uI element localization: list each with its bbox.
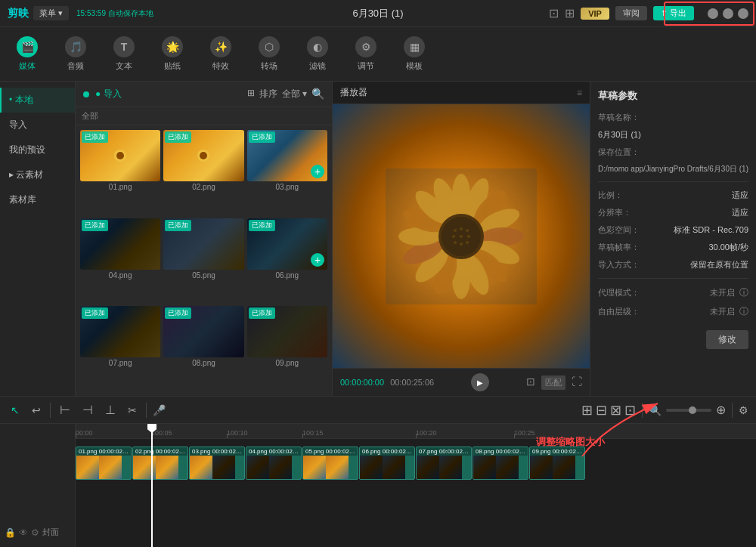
- toolbar-filters[interactable]: ◐ 滤镜: [302, 36, 333, 72]
- search-icon[interactable]: 🔍: [311, 88, 324, 100]
- zoom-out-icon[interactable]: 🔍: [649, 404, 662, 416]
- media-item-09[interactable]: 已添加 09.png: [247, 306, 327, 391]
- ruler-mark-4: 100:20: [416, 429, 437, 437]
- zoom-slider[interactable]: [666, 409, 711, 412]
- menu-button[interactable]: 菜单 ▾: [33, 6, 69, 20]
- clip-05-thumb-1: [303, 456, 326, 479]
- toolbar-text[interactable]: T 文本: [109, 36, 139, 72]
- review-button[interactable]: 审阅: [615, 6, 647, 20]
- split-start-tool[interactable]: ⊢: [57, 401, 73, 419]
- undo-tool[interactable]: ↩: [29, 403, 44, 418]
- media-item-05[interactable]: 已添加 05.png: [163, 218, 243, 304]
- add-plus-03[interactable]: +: [311, 165, 324, 178]
- mic-icon[interactable]: 🎤: [153, 404, 166, 416]
- sidebar-item-mypresets[interactable]: 我的预设: [0, 138, 75, 162]
- select-tool[interactable]: ↖: [8, 403, 23, 418]
- track-eye-icon[interactable]: 👁: [19, 527, 28, 538]
- toolbar-audio[interactable]: 🎵 音频: [60, 36, 91, 72]
- resolution-value: 适应: [732, 207, 748, 218]
- sidebar-item-cloud[interactable]: ▸ 云素材: [0, 162, 75, 187]
- media-item-03[interactable]: 已添加 + 03.png: [247, 130, 327, 215]
- clip-06[interactable]: 06.png 00:00:02:24: [359, 447, 415, 480]
- clip-09-header: 09.png 00:00:02:24: [530, 447, 584, 456]
- fit-icon[interactable]: 匹配: [541, 375, 565, 390]
- media-item-02[interactable]: 已添加 02.png: [163, 130, 243, 215]
- fullscreen-icon[interactable]: ⊡: [526, 375, 535, 390]
- prop-save-loc-value: D:/momo app/JianyingPro Drafts/6月30日 (1): [598, 164, 748, 174]
- media-thumb-04: 已添加: [80, 218, 160, 270]
- add-audio-track[interactable]: ⊞: [581, 402, 593, 419]
- zoom-plus-icon[interactable]: ⊕: [716, 403, 726, 417]
- export-button[interactable]: ⬆ 导出: [653, 6, 694, 20]
- media-item-04[interactable]: 已添加 04.png: [80, 218, 160, 304]
- sidebar-item-library[interactable]: 素材库: [0, 187, 75, 212]
- clip-04-thumb-1: [246, 456, 269, 479]
- toolbar-template[interactable]: ▦ 模板: [399, 36, 429, 72]
- toolbar-divider-1: [50, 403, 51, 418]
- add-plus-06[interactable]: +: [311, 253, 324, 267]
- delete-tool[interactable]: ✂: [125, 403, 140, 418]
- monitor-icon[interactable]: ⊡: [549, 6, 559, 20]
- close-button[interactable]: [738, 8, 748, 19]
- clip-08[interactable]: 08.png 00:00:02:24: [472, 447, 528, 480]
- settings-icon[interactable]: ⚙: [739, 404, 748, 416]
- proxy-info-icon[interactable]: ⓘ: [739, 286, 748, 299]
- minimize-button[interactable]: [708, 8, 718, 19]
- split-end-tool[interactable]: ⊣: [79, 401, 96, 419]
- media-item-07[interactable]: 已添加 07.png: [80, 306, 160, 391]
- clip-05-header: 05.png 00:00:02:24: [303, 447, 358, 456]
- toolbar-sticker[interactable]: 🌟 贴纸: [157, 36, 187, 72]
- modify-button[interactable]: 修改: [706, 330, 748, 349]
- preview-controls: 00:00:00:00 00:00:25:06 ▶ ⊡ 匹配 ⛶: [333, 368, 590, 396]
- media-item-08[interactable]: 已添加 08.png: [163, 306, 243, 391]
- clip-07-thumb-1: [417, 456, 439, 479]
- sidebar-item-import[interactable]: 导入: [0, 113, 75, 138]
- add-type4-track[interactable]: ⊡: [624, 402, 636, 419]
- clip-05[interactable]: 05.png 00:00:02:24: [302, 447, 358, 480]
- maximize-button[interactable]: [723, 8, 733, 19]
- text-icon: T: [113, 36, 135, 57]
- media-grid: 已添加 01.png 已添加 02.png 已添加: [76, 125, 332, 396]
- toolbar-effects[interactable]: ✨ 特效: [206, 36, 236, 72]
- clip-06-header: 06.png 00:00:02:24: [360, 447, 414, 456]
- clip-04[interactable]: 04.png 00:00:02:24: [246, 447, 302, 480]
- clip-06-thumbs: [360, 456, 405, 479]
- toolbar-media[interactable]: 🎬 媒体: [12, 36, 42, 72]
- clip-03[interactable]: 03.png 00:00:02:24: [189, 447, 245, 480]
- track-lock-icon[interactable]: 🔒: [5, 527, 16, 538]
- expand-icon[interactable]: ⛶: [572, 375, 582, 390]
- grid-view-button[interactable]: ⊞: [247, 88, 255, 100]
- track-settings-icon[interactable]: ⚙: [31, 527, 39, 538]
- clip-01[interactable]: 01.png 00:00:02:24: [76, 447, 132, 480]
- play-button[interactable]: ▶: [471, 373, 489, 391]
- sort-button[interactable]: 排序: [259, 88, 277, 100]
- playhead[interactable]: [151, 424, 153, 547]
- media-name-03: 03.png: [247, 183, 327, 191]
- freelayer-info-icon[interactable]: ⓘ: [739, 305, 748, 318]
- add-text-track[interactable]: ⊠: [610, 402, 621, 419]
- split-tool[interactable]: ⊥: [102, 401, 119, 419]
- clip-05-thumbs: [303, 456, 349, 479]
- audio-label: 音频: [67, 60, 84, 72]
- ratio-value: 适应: [732, 190, 748, 201]
- draft-name-value: 6月30日 (1): [598, 129, 641, 141]
- media-item-01[interactable]: 已添加 01.png: [80, 130, 160, 215]
- clip-02[interactable]: 02.png 00:00:02:24: [132, 447, 188, 480]
- vip-button[interactable]: VIP: [581, 8, 609, 20]
- media-item-06[interactable]: 已添加 + 06.png: [247, 218, 327, 304]
- toolbar-adjust[interactable]: ⚙ 调节: [351, 36, 381, 72]
- clip-01-thumb-1: [76, 456, 99, 479]
- preview-menu-icon[interactable]: ≡: [577, 88, 582, 98]
- timeline-toolbar: ↖ ↩ ⊢ ⊣ ⊥ ✂ 🎤 ⊞ ⊟ ⊠ ⊡ 🔍 ⊕ ⚙: [0, 397, 756, 424]
- filter-dropdown[interactable]: 全部 ▾: [282, 88, 307, 100]
- prop-draft-name: 草稿名称：: [598, 112, 748, 123]
- sidebar-item-local[interactable]: • 本地: [0, 88, 75, 113]
- toolbar-transitions[interactable]: ⬡ 转场: [254, 36, 284, 72]
- added-badge-04: 已添加: [82, 220, 108, 231]
- clip-09[interactable]: 09.png 00:00:02:24: [529, 447, 585, 480]
- add-video-track[interactable]: ⊟: [596, 402, 607, 419]
- import-button[interactable]: ● 导入: [95, 88, 122, 100]
- layout-icon[interactable]: ⊞: [565, 6, 575, 20]
- freelayer-value: 未开启: [710, 306, 735, 317]
- clip-07[interactable]: 07.png 00:00:02:24: [416, 447, 472, 480]
